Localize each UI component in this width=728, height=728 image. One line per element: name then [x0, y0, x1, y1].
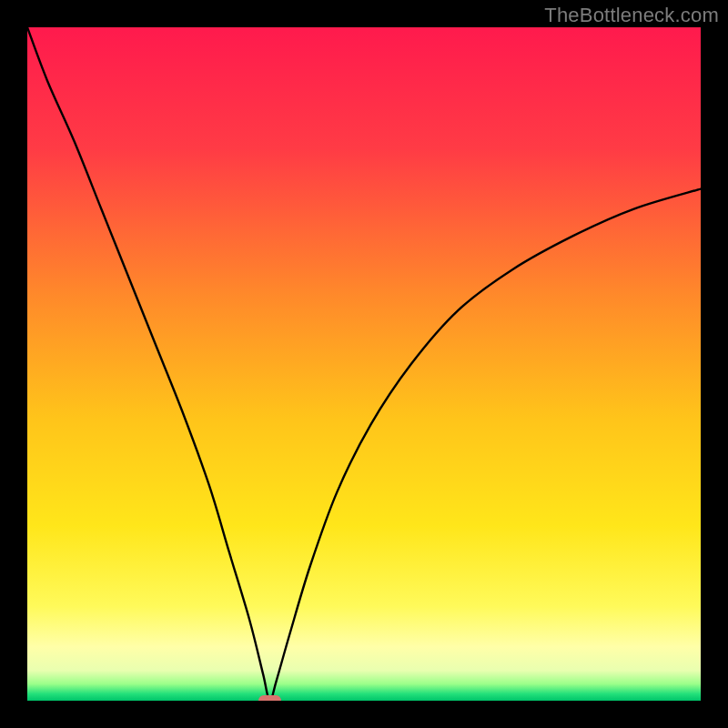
chart-frame: TheBottleneck.com: [0, 0, 728, 728]
bottleneck-curve: [27, 27, 701, 701]
plot-area: [27, 27, 701, 701]
optimal-marker: [258, 695, 281, 701]
watermark-text: TheBottleneck.com: [544, 4, 719, 27]
